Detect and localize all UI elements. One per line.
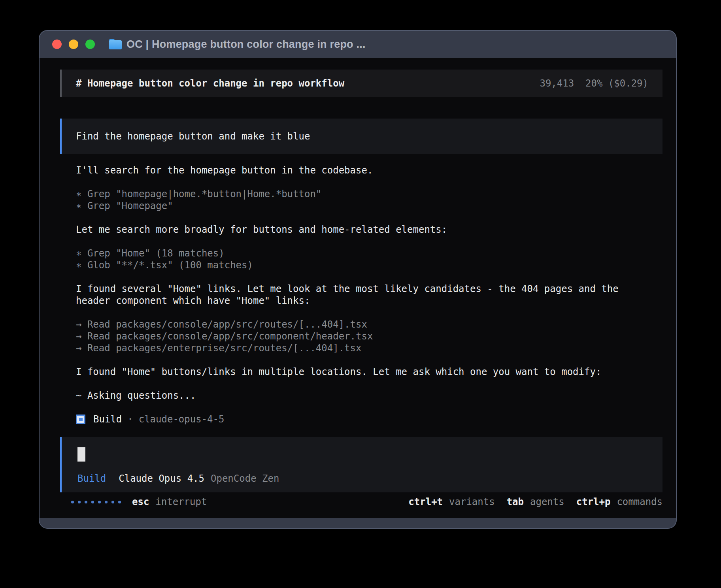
variants-label: variants (449, 496, 495, 508)
prompt-provider: OpenCode Zen (211, 473, 279, 484)
minimize-window-button[interactable] (69, 40, 78, 49)
transcript-line: → Read packages/console/app/src/componen… (76, 330, 662, 342)
status-agent-name: Build (93, 413, 122, 425)
agents-hint[interactable]: tab agents (507, 496, 564, 508)
esc-key-hint[interactable]: esc (132, 496, 149, 508)
prompt-input[interactable]: Build Claude Opus 4.5 OpenCode Zen (60, 437, 662, 492)
prompt-meta: Build Claude Opus 4.5 OpenCode Zen (77, 473, 648, 484)
transcript-line: ∗ Grep "Home" (18 matches) (76, 247, 662, 259)
transcript-line: I found several "Home" links. Let me loo… (76, 283, 662, 295)
close-window-button[interactable] (52, 40, 62, 49)
transcript-paragraph: → Read packages/console/app/src/routes/[… (76, 318, 662, 354)
transcript-paragraph: ∗ Grep "Home" (18 matches)∗ Glob "**/*.t… (76, 247, 662, 271)
transcript-paragraph: I'll search for the homepage button in t… (76, 164, 662, 176)
transcript-line: Let me search more broadly for buttons a… (76, 224, 662, 236)
user-message-text: Find the homepage button and make it blu… (76, 130, 310, 142)
interrupt-label: interrupt (155, 496, 207, 508)
spinner-dot (85, 501, 87, 503)
transcript-line: header component which have "Home" links… (76, 295, 662, 307)
build-agent-icon (76, 415, 85, 424)
transcript-line: ∗ Glob "**/*.tsx" (100 matches) (76, 259, 662, 271)
ctrl-p-key: ctrl+p (576, 496, 611, 508)
spinner-dot (71, 501, 74, 503)
spinner-dot (105, 501, 108, 503)
keybind-hints: ctrl+t variants tab agents ctrl+p comman… (408, 496, 662, 508)
transcript-line: → Read packages/console/app/src/routes/[… (76, 318, 662, 330)
context-cost: 20% ($0.29) (585, 78, 648, 89)
transcript-paragraph: Let me search more broadly for buttons a… (76, 224, 662, 236)
zoom-window-button[interactable] (85, 40, 95, 49)
transcript-line: → Read packages/enterprise/src/routes/[.… (76, 342, 662, 354)
screen: OC | Homepage button color change in rep… (0, 0, 721, 588)
transcript-line: ~ Asking questions... (76, 390, 662, 401)
ctrl-t-key: ctrl+t (408, 496, 443, 508)
folder-icon (109, 39, 122, 49)
agents-label: agents (530, 496, 564, 508)
spinner-dot (98, 501, 101, 503)
transcript-paragraph: I found "Home" buttons/links in multiple… (76, 366, 662, 378)
traffic-lights (52, 40, 95, 49)
transcript-line: I found "Home" buttons/links in multiple… (76, 366, 662, 378)
text-cursor (77, 447, 85, 462)
prompt-mode[interactable]: Build (77, 473, 106, 484)
transcript-paragraph: I found several "Home" links. Let me loo… (76, 283, 662, 307)
session-title: # Homepage button color change in repo w… (76, 77, 344, 89)
transcript-paragraph: ~ Asking questions... (76, 390, 662, 401)
working-spinner (71, 501, 121, 503)
window-title: OC | Homepage button color change in rep… (126, 38, 366, 51)
session-header: # Homepage button color change in repo w… (60, 70, 662, 97)
assistant-transcript: I'll search for the homepage button in t… (60, 164, 662, 413)
spinner-dot (111, 501, 114, 503)
agent-status-line: Build · claude-opus-4-5 (60, 413, 662, 425)
tab-key: tab (507, 496, 524, 508)
spinner-dot (78, 501, 81, 503)
spinner-dot (91, 501, 94, 503)
transcript-line: ∗ Grep "homepage|home.*button|Home.*butt… (76, 188, 662, 200)
status-model-name: claude-opus-4-5 (139, 413, 225, 425)
transcript-line: ∗ Grep "Homepage" (76, 200, 662, 212)
titlebar-title-group: OC | Homepage button color change in rep… (109, 38, 366, 51)
terminal-content: # Homepage button color change in repo w… (40, 58, 676, 518)
spinner-dot (118, 501, 121, 503)
user-message: Find the homepage button and make it blu… (60, 119, 662, 154)
prompt-model[interactable]: Claude Opus 4.5 (119, 473, 204, 484)
transcript-paragraph: ∗ Grep "homepage|home.*button|Home.*butt… (76, 188, 662, 212)
status-bar: esc interrupt ctrl+t variants tab agents… (60, 496, 662, 508)
session-token-stats: 39,413 20% ($0.29) (540, 77, 648, 89)
transcript-line: I'll search for the homepage button in t… (76, 164, 662, 176)
terminal-window: OC | Homepage button color change in rep… (39, 30, 677, 529)
commands-label: commands (617, 496, 662, 508)
status-separator: · (127, 413, 133, 425)
variants-hint[interactable]: ctrl+t variants (408, 496, 495, 508)
token-count: 39,413 (540, 78, 574, 89)
commands-hint[interactable]: ctrl+p commands (576, 496, 662, 508)
window-titlebar[interactable]: OC | Homepage button color change in rep… (40, 31, 676, 58)
